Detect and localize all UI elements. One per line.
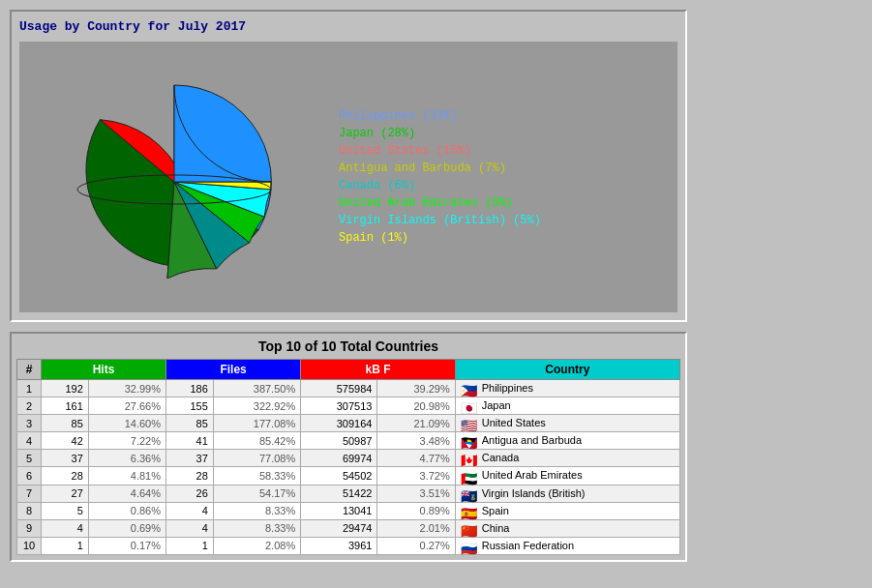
kbf-pct: 3.51% bbox=[377, 485, 455, 502]
kbf-pct: 2.01% bbox=[377, 519, 455, 537]
flag-icon: 🇦🇬 bbox=[461, 435, 478, 447]
files-pct: 58.33% bbox=[213, 467, 300, 485]
files-value: 4 bbox=[166, 502, 214, 519]
th-country: Country bbox=[455, 360, 679, 380]
legend-item-antigua: Antigua and Barbuda (7%) bbox=[339, 162, 668, 175]
table-row: 7 27 4.64% 26 54.17% 51422 3.51% 🇻🇬Virgi… bbox=[17, 485, 680, 502]
files-pct: 8.33% bbox=[213, 502, 300, 519]
hits-pct: 14.60% bbox=[88, 415, 165, 432]
hits-pct: 32.99% bbox=[88, 380, 165, 397]
legend-item-uae: United Arab Emirates (5%) bbox=[339, 196, 668, 210]
legend-item-spain: Spain (1%) bbox=[339, 231, 668, 245]
hits-value: 192 bbox=[42, 380, 89, 397]
chart-legend: Philippines (33%) Japan (28%) United Sta… bbox=[319, 51, 668, 303]
files-value: 1 bbox=[166, 537, 214, 554]
hits-value: 1 bbox=[42, 537, 89, 554]
table-row: 3 85 14.60% 85 177.08% 309164 21.09% 🇺🇸U… bbox=[17, 415, 680, 432]
files-pct: 54.17% bbox=[213, 485, 300, 502]
table-row: 4 42 7.22% 41 85.42% 50987 3.48% 🇦🇬Antig… bbox=[17, 432, 680, 450]
rank-cell: 8 bbox=[17, 502, 42, 519]
hits-pct: 27.66% bbox=[88, 397, 165, 415]
hits-value: 28 bbox=[42, 467, 89, 485]
hits-pct: 4.64% bbox=[88, 485, 165, 502]
country-cell: 🇺🇸United States bbox=[455, 415, 679, 432]
kbf-pct: 4.77% bbox=[377, 450, 455, 467]
th-hits: Hits bbox=[42, 360, 166, 380]
hits-pct: 0.69% bbox=[88, 519, 165, 537]
hits-pct: 4.81% bbox=[88, 467, 165, 485]
table-row: 6 28 4.81% 28 58.33% 54502 3.72% 🇦🇪Unite… bbox=[17, 467, 680, 485]
files-value: 4 bbox=[166, 519, 214, 537]
hits-value: 27 bbox=[42, 485, 89, 502]
country-cell: 🇵🇭Philippines bbox=[455, 380, 679, 397]
files-value: 41 bbox=[166, 432, 214, 450]
kbf-value: 69974 bbox=[301, 450, 377, 467]
flag-icon: 🇯🇵 bbox=[461, 400, 478, 412]
rank-cell: 5 bbox=[17, 450, 42, 467]
kbf-value: 575984 bbox=[301, 380, 377, 397]
hits-value: 161 bbox=[42, 397, 89, 415]
country-cell: 🇦🇬Antigua and Barbuda bbox=[455, 432, 679, 450]
legend-item-us: United States (15%) bbox=[339, 144, 668, 158]
flag-icon: 🇦🇪 bbox=[461, 471, 478, 483]
hits-value: 4 bbox=[42, 519, 89, 537]
files-value: 155 bbox=[166, 397, 214, 415]
files-pct: 85.42% bbox=[213, 432, 300, 450]
files-value: 85 bbox=[166, 415, 214, 432]
rank-cell: 4 bbox=[17, 432, 42, 450]
table-row: 2 161 27.66% 155 322.92% 307513 20.98% 🇯… bbox=[17, 397, 680, 415]
kbf-pct: 3.48% bbox=[377, 432, 455, 450]
flag-icon: 🇵🇭 bbox=[461, 383, 478, 395]
files-value: 26 bbox=[166, 485, 214, 502]
table-title: Top 10 of 10 Total Countries bbox=[16, 338, 680, 354]
hits-value: 42 bbox=[42, 432, 89, 450]
kbf-pct: 0.89% bbox=[377, 502, 455, 519]
flag-icon: 🇪🇸 bbox=[461, 506, 478, 517]
hits-pct: 0.86% bbox=[88, 502, 165, 519]
flag-icon: 🇷🇺 bbox=[461, 541, 478, 552]
files-pct: 177.08% bbox=[213, 415, 300, 432]
files-pct: 322.92% bbox=[213, 397, 300, 415]
country-cell: 🇦🇪United Arab Emirates bbox=[455, 467, 679, 485]
files-value: 37 bbox=[166, 450, 214, 467]
chart-title: Usage by Country for July 2017 bbox=[19, 19, 677, 34]
country-cell: 🇷🇺Russian Federation bbox=[455, 537, 679, 554]
hits-value: 37 bbox=[42, 450, 89, 467]
table-row: 1 192 32.99% 186 387.50% 575984 39.29% 🇵… bbox=[17, 380, 680, 397]
kbf-value: 50987 bbox=[301, 432, 377, 450]
legend-item-japan: Japan (28%) bbox=[339, 127, 668, 140]
th-kbf: kB F bbox=[301, 360, 456, 380]
kbf-value: 307513 bbox=[301, 397, 377, 415]
th-files: Files bbox=[166, 360, 301, 380]
country-cell: 🇯🇵Japan bbox=[455, 397, 679, 415]
country-cell: 🇻🇬Virgin Islands (British) bbox=[455, 485, 679, 502]
hits-value: 85 bbox=[42, 415, 89, 432]
table-container: Top 10 of 10 Total Countries # Hits File… bbox=[10, 332, 687, 562]
hits-pct: 0.17% bbox=[88, 537, 165, 554]
kbf-value: 51422 bbox=[301, 485, 377, 502]
chart-container: Usage by Country for July 2017 bbox=[10, 10, 687, 322]
flag-icon: 🇨🇳 bbox=[461, 523, 478, 535]
hits-value: 5 bbox=[42, 502, 89, 519]
kbf-pct: 20.98% bbox=[377, 397, 455, 415]
rank-cell: 2 bbox=[17, 397, 42, 415]
legend-item-philippines: Philippines (33%) bbox=[339, 109, 668, 123]
country-cell: 🇨🇳China bbox=[455, 519, 679, 537]
pie-chart bbox=[29, 51, 319, 303]
flag-icon: 🇻🇬 bbox=[461, 488, 478, 500]
table-row: 10 1 0.17% 1 2.08% 3961 0.27% 🇷🇺Russian … bbox=[17, 537, 680, 554]
chart-inner: Philippines (33%) Japan (28%) United Sta… bbox=[19, 42, 677, 312]
kbf-pct: 3.72% bbox=[377, 467, 455, 485]
hits-pct: 7.22% bbox=[88, 432, 165, 450]
table-row: 9 4 0.69% 4 8.33% 29474 2.01% 🇨🇳China bbox=[17, 519, 680, 537]
legend-item-vi: Virgin Islands (British) (5%) bbox=[339, 214, 668, 227]
files-pct: 387.50% bbox=[213, 380, 300, 397]
files-pct: 77.08% bbox=[213, 450, 300, 467]
rank-cell: 7 bbox=[17, 485, 42, 502]
kbf-value: 13041 bbox=[301, 502, 377, 519]
kbf-value: 309164 bbox=[301, 415, 377, 432]
files-value: 28 bbox=[166, 467, 214, 485]
table-row: 8 5 0.86% 4 8.33% 13041 0.89% 🇪🇸Spain bbox=[17, 502, 680, 519]
files-value: 186 bbox=[166, 380, 214, 397]
rank-cell: 3 bbox=[17, 415, 42, 432]
